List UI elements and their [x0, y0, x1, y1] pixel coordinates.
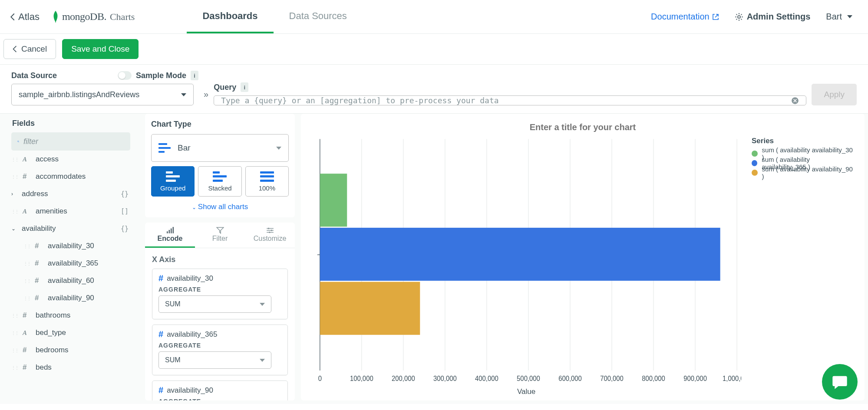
drag-handle-icon[interactable]: ⋮⋮	[23, 279, 30, 283]
data-source-select[interactable]: sample_airbnb.listingsAndReviews	[11, 84, 194, 105]
subtype-grouped-label: Grouped	[160, 184, 185, 192]
drag-handle-icon[interactable]: ⋮⋮	[11, 348, 18, 353]
chart-svg: 0100,000200,000300,000400,000500,000600,…	[311, 137, 741, 385]
chat-help-button[interactable]	[822, 364, 858, 400]
x-axis-label: X Axis	[152, 255, 288, 264]
brand-subtext: Charts	[110, 11, 135, 23]
type-icon	[35, 242, 43, 250]
svg-text:800,000: 800,000	[642, 374, 665, 382]
fields-title: Fields	[11, 119, 135, 128]
type-icon	[35, 259, 43, 268]
aggregate-select[interactable]: SUM	[158, 351, 271, 369]
chart-title-input[interactable]	[311, 122, 854, 132]
field-meta: []	[121, 207, 129, 215]
encoding-card[interactable]: #availability_365AGGREGATESUM	[152, 325, 288, 375]
type-icon	[23, 156, 31, 163]
hash-icon: #	[158, 385, 163, 395]
chart-config-panel: Chart Type Bar Grouped Stacked 100%	[145, 114, 295, 400]
cancel-button[interactable]: Cancel	[3, 39, 56, 59]
tab-encode[interactable]: Encode	[145, 223, 195, 248]
user-menu[interactable]: Bart	[826, 12, 852, 22]
atlas-back-link[interactable]: Atlas	[10, 11, 40, 23]
field-row[interactable]: ⋮⋮availability_30	[11, 237, 129, 255]
chart-type-card: Chart Type Bar Grouped Stacked 100%	[145, 114, 295, 217]
aggregate-label: AGGREGATE	[158, 286, 281, 293]
collapse-icon[interactable]: ⌄	[11, 226, 17, 232]
field-name: bedrooms	[36, 346, 69, 354]
field-row[interactable]: ›address{}	[11, 185, 129, 203]
fields-filter-input[interactable]	[23, 137, 124, 146]
field-row[interactable]: ⋮⋮beds	[11, 359, 129, 376]
type-icon	[35, 276, 43, 285]
save-button[interactable]: Save and Close	[62, 39, 139, 59]
drag-handle-icon[interactable]: ⋮⋮	[11, 365, 18, 370]
chart-legend: Series sum ( availability availability_3…	[741, 137, 854, 396]
tab-filter[interactable]: Filter	[195, 223, 245, 248]
subtype-grouped[interactable]: Grouped	[151, 166, 195, 197]
apply-button[interactable]: Apply	[812, 84, 857, 105]
search-icon	[17, 138, 19, 145]
legend-title: Series	[752, 137, 854, 145]
legend-swatch	[752, 151, 758, 157]
aggregate-select[interactable]: SUM	[158, 295, 271, 313]
encoding-card[interactable]: #availability_30AGGREGATESUM	[152, 269, 288, 319]
query-input[interactable]	[221, 96, 791, 105]
drag-handle-icon[interactable]: ⋮⋮	[11, 174, 18, 179]
expand-icon[interactable]: ›	[11, 191, 17, 197]
field-row[interactable]: ⋮⋮availability_60	[11, 272, 129, 289]
svg-rect-5	[171, 228, 172, 233]
subtype-stacked[interactable]: Stacked	[198, 166, 241, 197]
encode-body[interactable]: X Axis #availability_30AGGREGATESUM#avai…	[145, 248, 295, 400]
documentation-link[interactable]: Documentation	[651, 12, 719, 22]
drag-handle-icon[interactable]: ⋮⋮	[23, 261, 30, 266]
field-row[interactable]: ⋮⋮bedrooms	[11, 341, 129, 359]
tab-customize-label: Customize	[254, 235, 287, 243]
tab-datasources[interactable]: Data Sources	[274, 0, 363, 33]
config-bar: Data Source Sample Mode i sample_airbnb.…	[0, 65, 868, 113]
query-label: Query	[214, 83, 236, 92]
subtype-stacked-label: Stacked	[208, 184, 231, 192]
field-row[interactable]: ⋮⋮accommodates	[11, 168, 129, 185]
chat-icon	[831, 373, 848, 390]
collapse-icon[interactable]: »	[204, 89, 208, 99]
topnav-tabs: Dashboards Data Sources	[187, 0, 362, 33]
subtype-100pct[interactable]: 100%	[245, 166, 289, 197]
stacked-icon	[213, 171, 227, 182]
hash-icon: #	[158, 329, 163, 339]
field-row[interactable]: ⋮⋮availability_365	[11, 255, 129, 272]
fields-list[interactable]: ⋮⋮access⋮⋮accommodates›address{}⋮⋮amenit…	[11, 151, 135, 394]
pct-icon	[260, 171, 274, 182]
drag-handle-icon[interactable]: ⋮⋮	[11, 157, 18, 162]
topnav-right: Documentation Admin Settings Bart	[651, 12, 858, 22]
drag-handle-icon[interactable]: ⋮⋮	[11, 331, 18, 335]
field-row[interactable]: ⋮⋮availability_90	[11, 289, 129, 307]
chart-type-title: Chart Type	[151, 120, 289, 129]
type-icon	[23, 329, 31, 337]
info-icon[interactable]: i	[241, 82, 248, 92]
chart-type-select[interactable]: Bar	[151, 134, 289, 162]
tab-dashboards[interactable]: Dashboards	[187, 0, 273, 33]
info-icon[interactable]: i	[191, 71, 198, 80]
field-name: availability_365	[48, 259, 98, 268]
tab-customize[interactable]: Customize	[245, 223, 295, 248]
encoding-card[interactable]: #availability_90AGGREGATESUM	[152, 380, 288, 400]
field-row[interactable]: ⋮⋮bed_type	[11, 324, 129, 341]
caret-down-icon	[260, 359, 265, 362]
field-row[interactable]: ⋮⋮access	[11, 151, 129, 168]
svg-text:300,000: 300,000	[433, 374, 457, 382]
drag-handle-icon[interactable]: ⋮⋮	[11, 209, 18, 214]
drag-handle-icon[interactable]: ⋮⋮	[23, 244, 30, 249]
field-row[interactable]: ⋮⋮bathrooms	[11, 307, 129, 324]
sample-mode-toggle[interactable]	[118, 71, 132, 80]
aggregate-label: AGGREGATE	[158, 342, 281, 349]
show-all-charts-link[interactable]: ⌄Show all charts	[151, 203, 289, 211]
legend-swatch	[752, 160, 757, 166]
field-row[interactable]: ⌄availability{}	[11, 220, 129, 237]
drag-handle-icon[interactable]: ⋮⋮	[11, 313, 18, 318]
admin-settings-link[interactable]: Admin Settings	[735, 12, 811, 22]
chart-type-value: Bar	[178, 143, 191, 153]
field-row[interactable]: ⋮⋮amenities[]	[11, 203, 129, 220]
clear-icon[interactable]	[791, 97, 799, 105]
aggregate-label: AGGREGATE	[158, 398, 281, 400]
drag-handle-icon[interactable]: ⋮⋮	[23, 296, 30, 301]
